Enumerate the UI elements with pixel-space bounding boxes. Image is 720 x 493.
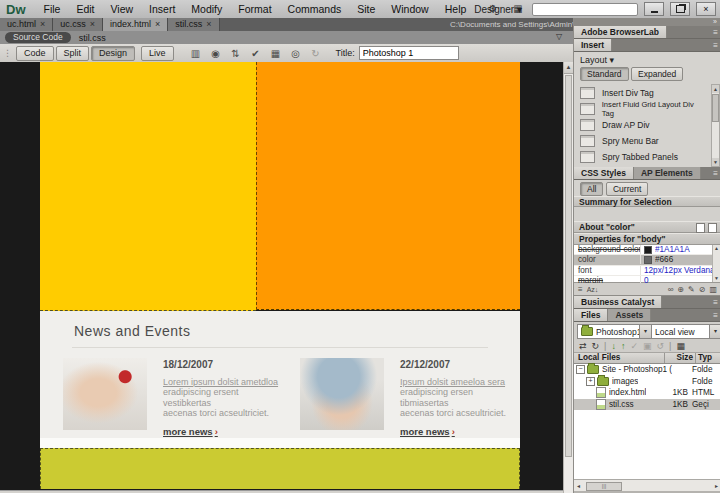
scroll-left-icon[interactable]: ◂ bbox=[577, 482, 580, 490]
scroll-up-icon[interactable]: ▲ bbox=[714, 245, 719, 251]
color-swatch[interactable] bbox=[644, 256, 652, 264]
menu-format[interactable]: Format bbox=[230, 0, 279, 18]
column-local-files[interactable]: Local Files bbox=[574, 353, 665, 363]
restore-button[interactable] bbox=[670, 2, 690, 16]
refresh-design-view-icon[interactable]: ↻ bbox=[308, 48, 324, 59]
sort-az-icon[interactable]: Az↓ bbox=[587, 286, 599, 293]
put-files-icon[interactable]: ↑ bbox=[621, 341, 626, 351]
check-out-icon[interactable]: ✓ bbox=[630, 341, 638, 351]
scroll-down-icon[interactable]: ▼ bbox=[714, 275, 719, 281]
panel-menu-icon[interactable]: ≡ bbox=[713, 28, 718, 37]
collapse-to-icons-bar[interactable]: » bbox=[574, 18, 720, 26]
scroll-up-icon[interactable]: ▲ bbox=[712, 85, 719, 93]
close-tab-icon[interactable]: × bbox=[40, 18, 45, 31]
check-in-icon[interactable]: ▣ bbox=[643, 341, 652, 351]
tab-uc-css[interactable]: uc.css× bbox=[53, 18, 103, 31]
menu-modify[interactable]: Modify bbox=[183, 0, 230, 18]
close-tab-icon[interactable]: × bbox=[90, 18, 95, 31]
scroll-up-icon[interactable]: ▲ bbox=[564, 62, 573, 74]
file-row-index-html[interactable]: index.html 1KB HTML bbox=[574, 387, 720, 399]
spry-menu-bar-item[interactable]: Spry Menu Bar bbox=[580, 134, 706, 148]
design-view-button[interactable]: Design bbox=[91, 46, 135, 61]
new-css-rule-icon[interactable]: ⊕ bbox=[677, 285, 684, 294]
chevron-down-icon[interactable]: ▾ bbox=[639, 325, 651, 338]
filter-funnel-icon[interactable]: ▽ bbox=[556, 32, 562, 41]
chevron-down-icon[interactable]: ▾ bbox=[709, 325, 720, 338]
footer-green-block[interactable] bbox=[40, 448, 520, 489]
header-orange-block[interactable] bbox=[256, 62, 520, 310]
connect-remote-icon[interactable]: ⇄ bbox=[579, 341, 587, 351]
insert-div-tag-item[interactable]: Insert Div Tag bbox=[580, 86, 706, 100]
related-file-stil-css[interactable]: stil.css bbox=[79, 33, 106, 43]
minimize-button[interactable] bbox=[644, 2, 664, 16]
news-link-line[interactable]: Ipsum dolsit ameeloa sera bbox=[400, 377, 518, 388]
tab-index-html[interactable]: index.html× bbox=[103, 18, 168, 31]
scroll-down-icon[interactable]: ▼ bbox=[712, 158, 719, 166]
edit-style-icon[interactable]: ✎ bbox=[688, 285, 695, 294]
menu-insert[interactable]: Insert bbox=[141, 0, 183, 18]
css-property-row[interactable]: color #666 bbox=[574, 255, 720, 265]
site-select[interactable]: Photoshop1 ▾ bbox=[577, 324, 652, 339]
check-browser-compatibility-icon[interactable]: ▦ bbox=[268, 48, 284, 59]
synchronize-icon[interactable]: ↺ bbox=[657, 341, 665, 351]
expanded-mode-button[interactable]: Expanded bbox=[631, 67, 683, 81]
css-all-button[interactable]: All bbox=[580, 182, 603, 196]
draw-ap-div-item[interactable]: Draw AP Div bbox=[580, 118, 706, 132]
standard-mode-button[interactable]: Standard bbox=[580, 67, 629, 81]
tab-css-styles[interactable]: CSS Styles bbox=[574, 167, 634, 179]
panel-menu-icon[interactable]: ≡ bbox=[713, 169, 718, 178]
menu-view[interactable]: View bbox=[103, 0, 142, 18]
tab-adobe-browserlab[interactable]: Adobe BrowserLab bbox=[574, 26, 667, 38]
view-select[interactable]: Local view ▾ bbox=[651, 324, 720, 339]
live-view-button[interactable]: Live bbox=[141, 46, 174, 61]
more-news-link[interactable]: more news› bbox=[163, 427, 218, 438]
menu-site[interactable]: Site bbox=[349, 0, 383, 18]
close-tab-icon[interactable]: × bbox=[155, 18, 160, 31]
tab-insert[interactable]: Insert bbox=[574, 39, 612, 51]
attach-stylesheet-icon[interactable]: ∞ bbox=[668, 285, 674, 294]
source-code-button[interactable]: Source Code bbox=[5, 32, 71, 43]
refresh-icon[interactable]: ↻ bbox=[592, 341, 600, 351]
panel-menu-icon[interactable]: ≡ bbox=[713, 311, 718, 320]
menu-edit[interactable]: Edit bbox=[68, 0, 102, 18]
expand-files-panel-icon[interactable]: ▦ bbox=[676, 341, 685, 351]
panel-menu-icon[interactable]: ≡ bbox=[713, 298, 718, 307]
show-info-icon[interactable] bbox=[696, 223, 705, 233]
tab-stil-css[interactable]: stil.css× bbox=[168, 18, 219, 31]
collapse-node-icon[interactable]: − bbox=[576, 365, 585, 374]
delete-css-rule-icon[interactable]: ▥ bbox=[709, 285, 717, 294]
news-and-events-section[interactable]: News and Events 18/12/2007 Lorem ipsum d… bbox=[40, 311, 520, 438]
workspace-switcher[interactable]: Designer ▾ bbox=[474, 4, 522, 15]
tab-ap-elements[interactable]: AP Elements bbox=[634, 167, 701, 179]
help-search-input[interactable] bbox=[532, 3, 638, 16]
menu-help[interactable]: Help bbox=[437, 0, 475, 18]
css-grid-scrollbar[interactable]: ▲▼ bbox=[712, 245, 720, 282]
scroll-right-icon[interactable]: ▸ bbox=[715, 482, 718, 490]
file-row-images[interactable]: + images Folde bbox=[574, 376, 720, 388]
show-property-icon[interactable] bbox=[708, 223, 717, 233]
css-property-row[interactable]: background-color #1A1A1A bbox=[574, 245, 720, 255]
scrollbar-thumb[interactable] bbox=[712, 94, 719, 122]
code-view-button[interactable]: Code bbox=[16, 46, 54, 61]
file-row-stil-css[interactable]: stil.css 1KB Geçi bbox=[574, 399, 720, 411]
news-link-line[interactable]: Lorem ipsum dolsit ametdloa bbox=[163, 377, 281, 388]
tab-assets[interactable]: Assets bbox=[608, 309, 651, 321]
insert-category-dropdown[interactable]: Layout ▾ bbox=[574, 52, 720, 65]
close-button[interactable]: × bbox=[696, 2, 716, 16]
menu-window[interactable]: Window bbox=[383, 0, 436, 18]
news-image-cosmetic-injection[interactable] bbox=[300, 358, 384, 430]
scrollbar-thumb[interactable] bbox=[565, 75, 572, 457]
news-image-spa-massage[interactable] bbox=[63, 358, 147, 430]
css-current-button[interactable]: Current bbox=[606, 182, 648, 196]
expand-node-icon[interactable]: + bbox=[586, 377, 595, 386]
menu-file[interactable]: File bbox=[36, 0, 69, 18]
show-category-view-icon[interactable]: ≡ bbox=[578, 285, 583, 294]
w3c-validation-icon[interactable]: ✔ bbox=[248, 48, 264, 59]
get-files-icon[interactable]: ↓ bbox=[611, 341, 616, 351]
menu-commands[interactable]: Commands bbox=[280, 0, 350, 18]
panel-menu-icon[interactable]: ≡ bbox=[713, 41, 718, 50]
column-size[interactable]: Size bbox=[665, 353, 696, 363]
tab-files[interactable]: Files bbox=[574, 309, 608, 321]
color-swatch[interactable] bbox=[644, 246, 652, 254]
design-view-canvas[interactable]: News and Events 18/12/2007 Lorem ipsum d… bbox=[0, 62, 563, 493]
